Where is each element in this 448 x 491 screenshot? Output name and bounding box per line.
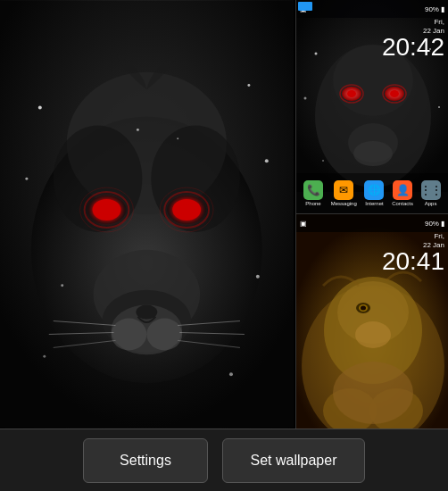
svg-point-50 xyxy=(314,53,317,55)
svg-point-30 xyxy=(25,178,28,180)
dock-contacts-icon: 👤 xyxy=(393,180,412,200)
phone-top-time: Fri, 22 Jan 20:42 xyxy=(382,18,444,60)
lion-wallpaper-preview xyxy=(0,0,294,429)
svg-point-52 xyxy=(303,97,306,100)
svg-point-28 xyxy=(38,105,42,109)
svg-point-66 xyxy=(333,362,413,424)
battery-text: 90% xyxy=(425,5,439,13)
svg-point-63 xyxy=(355,321,391,348)
svg-point-37 xyxy=(177,137,178,139)
phone-preview-top[interactable]: ▣ 90% ▮ Fri, 22 Jan 20:42 xyxy=(296,0,448,214)
battery-icon: ▮ xyxy=(441,5,444,13)
dock-phone-icon: 📞 xyxy=(303,180,323,200)
dock-contacts-label: Contacts xyxy=(392,201,413,206)
right-panel: ▣ 90% ▮ Fri, 22 Jan 20:42 xyxy=(295,0,448,429)
dock-internet-icon: 🌐 xyxy=(364,180,384,200)
sim-icon-b: ▣ xyxy=(300,220,307,228)
main-container: ▣ 90% ▮ Fri, 22 Jan 20:42 xyxy=(0,0,448,491)
set-wallpaper-button[interactable]: Set wallpaper xyxy=(222,438,365,483)
svg-point-53 xyxy=(438,106,440,108)
svg-point-36 xyxy=(137,129,139,131)
phone-bottom-time: Fri, 22 Jan 20:41 xyxy=(382,232,444,274)
dock-apps-label: Apps xyxy=(425,201,437,206)
battery-text-b: 90% xyxy=(425,220,439,228)
settings-button[interactable]: Settings xyxy=(83,438,208,483)
status-right: 90% ▮ xyxy=(425,5,444,13)
svg-point-31 xyxy=(265,159,269,162)
preview-area: ▣ 90% ▮ Fri, 22 Jan 20:42 xyxy=(0,0,448,429)
dock-phone-label: Phone xyxy=(305,201,320,206)
dock-contacts: 👤 Contacts xyxy=(392,180,413,206)
bottom-bar: Settings Set wallpaper xyxy=(0,429,448,491)
status-left-b: ▣ xyxy=(300,220,307,228)
dock-internet: 🌐 Internet xyxy=(364,180,384,206)
svg-point-19 xyxy=(179,204,194,215)
phone-preview-bottom[interactable]: ▣ 90% ▮ Fri, 22 Jan 20:41 xyxy=(296,214,448,429)
svg-point-35 xyxy=(229,372,233,376)
svg-point-43 xyxy=(347,90,356,97)
dock-messaging: ✉ Messaging xyxy=(331,180,357,206)
phone-bottom-day: Fri, xyxy=(434,232,444,241)
svg-point-14 xyxy=(100,204,114,215)
dock-phone: 📞 Phone xyxy=(303,180,323,206)
svg-point-10 xyxy=(146,319,182,351)
svg-point-49 xyxy=(353,141,393,166)
selected-indicator xyxy=(298,2,312,11)
svg-point-46 xyxy=(390,90,399,97)
svg-point-54 xyxy=(322,160,324,162)
dock-internet-label: Internet xyxy=(365,201,383,206)
svg-point-9 xyxy=(112,319,147,351)
phone-top-clock: 20:42 xyxy=(382,35,444,60)
left-panel[interactable] xyxy=(0,0,294,429)
svg-point-32 xyxy=(61,284,63,287)
phone-bottom-status-bar: ▣ 90% ▮ xyxy=(296,214,448,232)
lion-illustration xyxy=(0,0,294,429)
dock-apps-icon: ⋮⋮ xyxy=(421,180,441,200)
svg-point-34 xyxy=(43,355,46,358)
phone-top-status-bar: ▣ 90% ▮ xyxy=(296,0,448,18)
phone-top-day: Fri, xyxy=(434,18,444,27)
battery-icon-b: ▮ xyxy=(441,220,444,228)
svg-point-33 xyxy=(256,275,260,279)
phone-top-dock: 📞 Phone ✉ Messaging 🌐 Internet 👤 Contact… xyxy=(296,173,448,213)
status-right-b: 90% ▮ xyxy=(425,220,444,228)
dock-apps: ⋮⋮ Apps xyxy=(421,180,441,206)
dock-messaging-icon: ✉ xyxy=(334,180,353,200)
svg-point-29 xyxy=(247,84,250,87)
dock-messaging-label: Messaging xyxy=(331,201,357,206)
svg-point-62 xyxy=(361,306,366,311)
phone-bottom-clock: 20:41 xyxy=(382,249,444,274)
